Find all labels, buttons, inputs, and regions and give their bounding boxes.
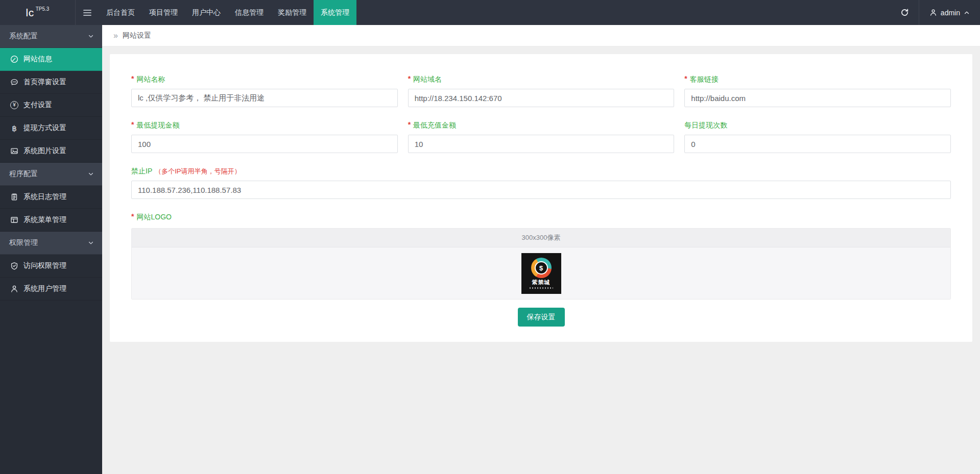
field-min-withdraw: * 最低提现金额	[131, 120, 398, 153]
tab-info[interactable]: 信息管理	[228, 0, 271, 25]
image-icon	[10, 147, 18, 155]
refresh-icon	[900, 8, 909, 17]
dollar-icon: $	[535, 261, 548, 275]
sidebar-item-withdraw-method-settings[interactable]: ฿ 提现方式设置	[0, 117, 102, 140]
sidebar-item-label: 支付设置	[23, 101, 52, 110]
required-marker: *	[131, 212, 134, 220]
content: * 网站名称 * 网站域名	[102, 46, 980, 474]
log-icon	[10, 193, 18, 201]
admin-app: lc TP5.3 后台首页 项目管理 用户中心 信息管理 奖励管理 系统管理 a…	[0, 0, 980, 474]
site-domain-input[interactable]	[408, 89, 675, 107]
settings-form-card: * 网站名称 * 网站域名	[110, 54, 972, 342]
site-logo-image[interactable]: $ 紫禁城	[521, 253, 561, 294]
breadcrumb: » 网站设置	[102, 25, 980, 46]
required-marker: *	[131, 120, 134, 129]
logo-upload-box: 300x300像素 $ 紫禁城	[131, 228, 951, 300]
field-min-recharge: * 最低充值金额	[408, 120, 675, 153]
user-icon	[10, 285, 18, 293]
topbar-right: admin	[891, 0, 980, 25]
service-link-input[interactable]	[684, 89, 951, 107]
sidebar-item-system-log-management[interactable]: 系统日志管理	[0, 186, 102, 209]
tab-user-center[interactable]: 用户中心	[185, 0, 228, 25]
sidebar-section-system-config[interactable]: 系统配置	[0, 25, 102, 48]
tab-system[interactable]: 系统管理	[314, 0, 356, 25]
hamburger-icon	[83, 9, 92, 17]
field-label: * 最低充值金额	[408, 120, 675, 130]
required-marker: *	[684, 74, 687, 83]
sidebar-item-label: 系统菜单管理	[23, 215, 66, 224]
user-icon	[929, 9, 937, 16]
min-withdraw-input[interactable]	[131, 135, 398, 153]
site-name-input[interactable]	[131, 89, 398, 107]
logo-size-hint: 300x300像素	[132, 229, 950, 247]
daily-withdraw-count-input[interactable]	[684, 135, 951, 153]
sidebar-item-system-menu-management[interactable]: 系统菜单管理	[0, 209, 102, 232]
main-area: » 网站设置 * 网站名称	[102, 25, 980, 474]
section-title: 权限管理	[9, 238, 38, 247]
sidebar-toggle-button[interactable]	[76, 0, 99, 25]
sidebar-item-home-popup-settings[interactable]: 首页弹窗设置	[0, 71, 102, 94]
sidebar-section-program-config[interactable]: 程序配置	[0, 163, 102, 186]
sidebar-item-label: 首页弹窗设置	[23, 78, 66, 87]
logo-ring-graphic: $	[531, 258, 552, 278]
top-nav: 后台首页 项目管理 用户中心 信息管理 奖励管理 系统管理	[99, 0, 356, 25]
double-chevron-icon: »	[113, 32, 118, 40]
field-label: 每日提现次数	[684, 120, 951, 130]
field-label: * 网站域名	[408, 74, 675, 84]
sidebar-section-permission[interactable]: 权限管理	[0, 232, 102, 255]
chevron-down-icon	[88, 171, 94, 177]
save-settings-button[interactable]: 保存设置	[518, 308, 565, 327]
app-logo[interactable]: lc TP5.3	[0, 0, 75, 25]
logo-title: 紫禁城	[532, 280, 551, 285]
field-label: * 网站LOGO	[131, 212, 951, 222]
logo-subtitle	[530, 287, 553, 289]
sidebar-item-payment-settings[interactable]: ¥ 支付设置	[0, 94, 102, 117]
section-title: 系统配置	[9, 32, 38, 41]
comment-icon	[10, 78, 18, 86]
sidebar-item-label: 系统用户管理	[23, 284, 66, 293]
required-marker: *	[131, 74, 134, 83]
logo-version: TP5.3	[36, 6, 50, 12]
tab-home[interactable]: 后台首页	[99, 0, 142, 25]
edit-circle-icon	[10, 55, 18, 63]
topbar: lc TP5.3 后台首页 项目管理 用户中心 信息管理 奖励管理 系统管理 a…	[0, 0, 980, 25]
field-daily-withdraw-count: 每日提现次数	[684, 120, 951, 153]
sidebar-item-label: 访问权限管理	[23, 261, 66, 270]
field-site-domain: * 网站域名	[408, 74, 675, 107]
chevron-down-icon	[88, 240, 94, 246]
yen-circle-icon: ¥	[10, 101, 18, 109]
sidebar-item-site-info[interactable]: 网站信息	[0, 48, 102, 71]
page-title: 网站设置	[123, 31, 151, 40]
user-menu[interactable]: admin	[919, 0, 980, 25]
section-title: 程序配置	[9, 169, 38, 179]
refresh-button[interactable]	[891, 0, 919, 25]
sidebar-item-access-permission-management[interactable]: 访问权限管理	[0, 255, 102, 278]
min-recharge-input[interactable]	[408, 135, 675, 153]
sidebar: 系统配置 网站信息 首页弹窗设置 ¥ 支付设置 ฿ 提现方式设置 系统图片设	[0, 25, 102, 474]
sidebar-item-label: 提现方式设置	[23, 123, 66, 133]
required-marker: *	[408, 74, 411, 83]
sidebar-item-label: 系统日志管理	[23, 192, 66, 202]
username: admin	[941, 9, 960, 17]
chevron-up-icon	[964, 10, 970, 16]
banned-ip-input[interactable]	[131, 181, 951, 199]
field-banned-ip: 禁止IP （多个IP请用半角，号隔开）	[131, 166, 951, 199]
required-marker: *	[408, 120, 411, 129]
field-site-name: * 网站名称	[131, 74, 398, 107]
tab-project[interactable]: 项目管理	[142, 0, 185, 25]
sidebar-item-label: 系统图片设置	[23, 146, 66, 156]
sidebar-item-system-user-management[interactable]: 系统用户管理	[0, 278, 102, 301]
banned-ip-hint: （多个IP请用半角，号隔开）	[155, 166, 241, 176]
sidebar-item-label: 网站信息	[23, 55, 52, 64]
field-service-link: * 客服链接	[684, 74, 951, 107]
tab-reward[interactable]: 奖励管理	[271, 0, 314, 25]
logo-text: lc	[26, 7, 34, 19]
field-label: * 网站名称	[131, 74, 398, 84]
field-label: 禁止IP （多个IP请用半角，号隔开）	[131, 166, 951, 176]
field-label: * 最低提现金额	[131, 120, 398, 130]
layout-icon	[10, 216, 18, 224]
sidebar-item-system-image-settings[interactable]: 系统图片设置	[0, 140, 102, 163]
logo-upload-area: $ 紫禁城	[132, 247, 950, 299]
shield-check-icon	[10, 262, 18, 270]
field-site-logo: * 网站LOGO 300x300像素 $ 紫禁城	[131, 212, 951, 300]
